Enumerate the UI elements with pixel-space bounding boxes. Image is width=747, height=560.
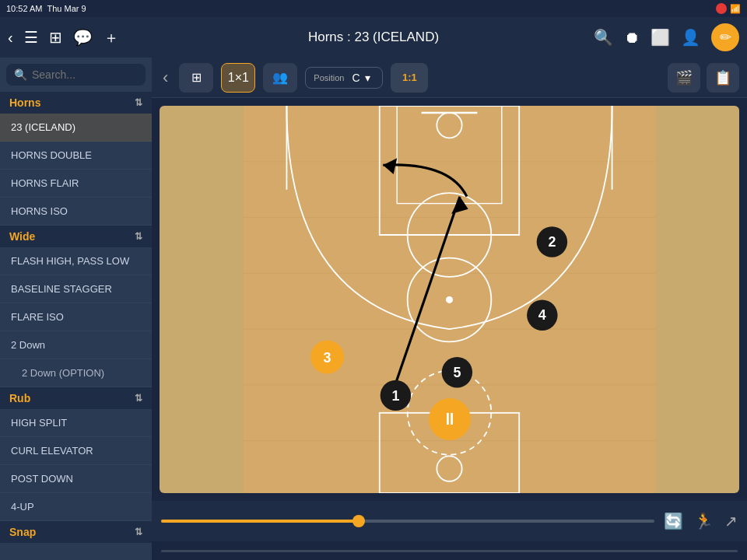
plays-icon: ⊞ <box>191 70 202 85</box>
pencil-icon: ✏ <box>720 29 731 46</box>
share-icon[interactable]: ⬜ <box>651 28 670 47</box>
progress-thumb[interactable] <box>352 515 365 527</box>
tab-1x1[interactable]: 1×1 <box>221 63 255 93</box>
sidebar-item-high-split[interactable]: HIGH SPLIT <box>0 409 152 437</box>
person-run-icon[interactable]: 🏃 <box>694 512 714 530</box>
edit-button[interactable]: ✏ <box>711 23 739 51</box>
right-panel: ‹ ⊞ 1×1 👥 Position C ▾ 1:1 🎬 <box>152 58 747 560</box>
sidebar-item-2down-option[interactable]: 2 Down (OPTION) <box>0 359 152 387</box>
sidebar-item-curl-elevator[interactable]: CURL ELEVATOR <box>0 437 152 465</box>
battery-icon: 📶 <box>730 4 741 14</box>
tab-plays[interactable]: ⊞ <box>179 63 213 93</box>
position-label: Position <box>314 73 344 82</box>
category-wide-label: Wide <box>9 230 35 243</box>
svg-text:5: 5 <box>453 365 461 380</box>
category-wide[interactable]: Wide ⇅ <box>0 226 152 247</box>
scrubber-track[interactable] <box>161 550 738 552</box>
profile-icon[interactable]: 👤 <box>681 28 700 47</box>
page-title: Horns : 23 (ICELAND) <box>308 30 439 45</box>
progress-fill <box>161 520 359 523</box>
toolbar-right: 🔍 ⏺ ⬜ 👤 ✏ <box>594 23 739 51</box>
search-box[interactable]: 🔍 <box>6 64 146 86</box>
sidebar-item-2down[interactable]: 2 Down <box>0 331 152 359</box>
share-play-icon[interactable]: ↗ <box>724 512 738 530</box>
sidebar-item-flash-high[interactable]: FLASH HIGH, PASS LOW <box>0 247 152 275</box>
sidebar-item-baseline-stagger[interactable]: BASELINE STAGGER <box>0 275 152 303</box>
chevron-down-icon: ▾ <box>365 72 370 84</box>
action-buttons: 🎬 📋 <box>668 63 739 93</box>
time: 10:52 AM <box>6 4 42 13</box>
scrubber-bar <box>152 541 747 560</box>
vs-badge[interactable]: 1:1 <box>391 63 428 93</box>
sidebar-item-23-iceland[interactable]: 23 (ICELAND) <box>0 114 152 142</box>
category-rub-label: Rub <box>9 392 30 404</box>
clip-button[interactable]: 🎬 <box>668 63 700 93</box>
svg-text:1: 1 <box>391 388 399 404</box>
progress-track[interactable] <box>161 520 654 523</box>
sidebar-item-horns-flair[interactable]: HORNS FLAIR <box>0 170 152 198</box>
svg-text:2: 2 <box>548 234 556 250</box>
category-snap-label: Snap <box>9 526 36 538</box>
status-bar-left: 10:52 AM Thu Mar 9 <box>6 4 86 13</box>
record-indicator <box>716 3 727 14</box>
menu-icon[interactable]: ☰ <box>24 28 38 47</box>
sidebar-item-horns-iso[interactable]: HORNS ISO <box>0 198 152 226</box>
chat-icon[interactable]: 💬 <box>73 28 93 47</box>
category-horns[interactable]: Horns ⇅ <box>0 92 152 114</box>
position-dropdown[interactable]: Position C ▾ <box>305 67 383 89</box>
play-pause-button[interactable]: ⏸ <box>429 398 471 440</box>
sidebar-item-flare-iso[interactable]: FLARE ISO <box>0 303 152 331</box>
vs-label: 1:1 <box>402 72 417 83</box>
sidebar-item-4up[interactable]: 4-UP <box>0 493 152 521</box>
court-container: 1 2 3 4 5 ⏸ <box>152 98 747 501</box>
sidebar-item-post-down[interactable]: POST DOWN <box>0 465 152 493</box>
position-value: C <box>352 72 359 84</box>
svg-text:4: 4 <box>538 307 546 323</box>
playback-bar: 🔄 🏃 ↗ <box>152 501 747 541</box>
sidebar-item-horns-double[interactable]: HORNS DOUBLE <box>0 142 152 170</box>
main-content: 🔍 Horns ⇅ 23 (ICELAND) HORNS DOUBLE HORN… <box>0 58 747 560</box>
category-snap[interactable]: Snap ⇅ <box>0 521 152 543</box>
category-rub[interactable]: Rub ⇅ <box>0 387 152 409</box>
board-icon: 📋 <box>714 69 731 86</box>
screen-icon[interactable]: ⊞ <box>49 28 62 47</box>
content-toolbar: ‹ ⊞ 1×1 👥 Position C ▾ 1:1 🎬 <box>152 58 747 98</box>
search-input-icon: 🔍 <box>14 68 27 81</box>
playback-icons: 🔄 🏃 ↗ <box>664 512 738 530</box>
sort-icon-horns: ⇅ <box>135 97 142 108</box>
team-icon: 👥 <box>272 70 288 85</box>
category-horns-label: Horns <box>9 96 40 109</box>
clip-icon: 🎬 <box>675 69 693 86</box>
1x1-label: 1×1 <box>228 71 249 85</box>
status-bar-right: 📶 <box>716 3 741 14</box>
sort-icon-wide: ⇅ <box>135 231 142 242</box>
svg-point-19 <box>446 296 453 303</box>
main-toolbar: ‹ ☰ ⊞ 💬 ＋ Horns : 23 (ICELAND) 🔍 ⏺ ⬜ 👤 ✏ <box>0 17 747 58</box>
sort-icon-rub: ⇅ <box>135 393 142 404</box>
loop-icon[interactable]: 🔄 <box>664 512 683 530</box>
date: Thu Mar 9 <box>47 4 86 13</box>
search-icon[interactable]: 🔍 <box>594 28 613 47</box>
basketball-court: 1 2 3 4 5 ⏸ <box>160 106 739 493</box>
pause-icon: ⏸ <box>441 409 458 429</box>
board-button[interactable]: 📋 <box>707 63 739 93</box>
back-icon[interactable]: ‹ <box>8 29 13 47</box>
sort-icon-snap: ⇅ <box>135 527 142 537</box>
sidebar: 🔍 Horns ⇅ 23 (ICELAND) HORNS DOUBLE HORN… <box>0 58 152 560</box>
search-input[interactable] <box>32 68 152 81</box>
svg-text:3: 3 <box>323 350 331 366</box>
tab-team[interactable]: 👥 <box>263 63 297 93</box>
toolbar-left: ‹ ☰ ⊞ 💬 ＋ <box>8 27 119 48</box>
status-bar: 10:52 AM Thu Mar 9 📶 <box>0 0 747 17</box>
prev-arrow[interactable]: ‹ <box>160 68 171 88</box>
record-icon[interactable]: ⏺ <box>624 29 640 47</box>
add-icon[interactable]: ＋ <box>103 27 119 48</box>
